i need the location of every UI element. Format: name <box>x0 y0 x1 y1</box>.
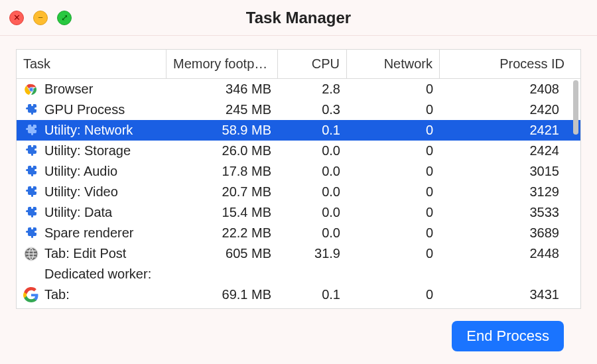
cell-memory: 20.7 MB <box>166 184 278 200</box>
cell-task: Tab: Edit Post <box>17 246 166 262</box>
cell-task: GPU Process <box>17 102 166 118</box>
cell-network: 0 <box>347 164 440 179</box>
titlebar: ✕ − ⤢ Task Manager <box>0 0 597 36</box>
cell-task: Utility: Video <box>17 184 166 200</box>
cell-memory: 245 MB <box>166 102 278 117</box>
col-header-memory[interactable]: Memory footp… <box>166 50 278 78</box>
task-name: Spare renderer <box>44 225 134 241</box>
cell-cpu: 2.8 <box>278 82 347 97</box>
puzzle-icon <box>23 102 39 118</box>
process-table: Task Memory footp… CPU Network Process I… <box>16 49 581 309</box>
google-icon <box>23 287 39 303</box>
task-name: Utility: Network <box>44 123 133 138</box>
cell-memory: 22.2 MB <box>166 225 278 241</box>
chrome-icon <box>23 82 39 97</box>
puzzle-icon <box>23 123 39 139</box>
puzzle-icon <box>23 164 39 180</box>
table-row[interactable]: Utility: Data15.4 MB0.003533 <box>17 202 580 223</box>
table-row[interactable]: Browser346 MB2.802408 <box>17 79 580 99</box>
table-row[interactable]: Utility: Audio17.8 MB0.003015 <box>17 161 580 182</box>
cell-network: 0 <box>347 123 440 138</box>
cell-cpu: 0.0 <box>278 205 347 220</box>
col-header-cpu[interactable]: CPU <box>278 50 347 78</box>
cell-cpu: 0.0 <box>278 143 347 158</box>
globe-icon <box>23 246 39 262</box>
table-header: Task Memory footp… CPU Network Process I… <box>17 50 580 79</box>
cell-task: Utility: Audio <box>17 164 166 180</box>
puzzle-icon <box>23 225 39 241</box>
content-area: Task Memory footp… CPU Network Process I… <box>0 36 597 351</box>
cell-memory: 346 MB <box>166 82 278 97</box>
task-name: Utility: Video <box>44 184 118 200</box>
cell-network: 0 <box>347 225 440 241</box>
col-header-task[interactable]: Task <box>17 50 166 78</box>
task-name: Utility: Storage <box>44 143 131 158</box>
cell-task: Utility: Data <box>17 205 166 221</box>
cell-memory: 58.9 MB <box>166 123 278 138</box>
scrollbar-thumb[interactable] <box>573 80 578 135</box>
cell-memory: 15.4 MB <box>166 205 278 220</box>
cell-cpu: 0.3 <box>278 102 347 117</box>
task-name: GPU Process <box>44 102 125 117</box>
cell-process-id: 3689 <box>440 225 571 241</box>
table-row[interactable]: Dedicated worker: <box>17 264 580 284</box>
cell-process-id: 2408 <box>440 82 571 97</box>
col-header-process-id[interactable]: Process ID <box>440 50 571 78</box>
cell-process-id: 2420 <box>440 102 571 117</box>
cell-network: 0 <box>347 205 440 220</box>
cell-network: 0 <box>347 184 440 200</box>
cell-network: 0 <box>347 246 440 261</box>
cell-task: Browser <box>17 82 166 97</box>
cell-cpu: 0.0 <box>278 225 347 241</box>
task-name: Browser <box>44 82 93 97</box>
cell-cpu: 31.9 <box>278 246 347 261</box>
cell-memory: 605 MB <box>166 246 278 261</box>
window-controls: ✕ − ⤢ <box>9 11 72 25</box>
cell-cpu: 0.1 <box>278 123 347 138</box>
cell-memory: 17.8 MB <box>166 164 278 179</box>
end-process-button[interactable]: End Process <box>452 321 564 351</box>
cell-process-id: 3015 <box>440 164 571 179</box>
task-name: Tab: <box>44 287 70 302</box>
table-row[interactable]: Utility: Network58.9 MB0.102421 <box>17 120 580 141</box>
puzzle-icon <box>23 205 39 221</box>
table-body: Browser346 MB2.802408GPU Process245 MB0.… <box>17 79 580 308</box>
task-name: Dedicated worker: <box>44 267 151 282</box>
cell-process-id: 2421 <box>440 123 571 138</box>
cell-task: Dedicated worker: <box>17 267 166 282</box>
cell-task: Tab: <box>17 287 166 303</box>
task-name: Utility: Audio <box>44 164 117 179</box>
table-row[interactable]: Spare renderer22.2 MB0.003689 <box>17 223 580 243</box>
cell-task: Utility: Storage <box>17 143 166 159</box>
cell-process-id: 2448 <box>440 246 571 261</box>
cell-cpu: 0.1 <box>278 287 347 302</box>
cell-process-id: 2424 <box>440 143 571 158</box>
cell-task: Utility: Network <box>17 123 166 139</box>
cell-memory: 26.0 MB <box>166 143 278 158</box>
zoom-icon[interactable]: ⤢ <box>57 11 72 25</box>
puzzle-icon <box>23 143 39 159</box>
cell-process-id: 3533 <box>440 205 571 220</box>
table-row[interactable]: Utility: Storage26.0 MB0.002424 <box>17 141 580 161</box>
table-row[interactable]: GPU Process245 MB0.302420 <box>17 99 580 120</box>
minimize-icon[interactable]: − <box>33 11 48 25</box>
svg-point-2 <box>30 88 33 91</box>
cell-cpu: 0.0 <box>278 164 347 179</box>
table-row[interactable]: Tab: Edit Post605 MB31.902448 <box>17 243 580 264</box>
col-header-network[interactable]: Network <box>347 50 440 78</box>
puzzle-icon <box>23 184 39 200</box>
close-icon[interactable]: ✕ <box>9 11 24 25</box>
task-name: Tab: Edit Post <box>44 246 126 261</box>
cell-process-id: 3129 <box>440 184 571 200</box>
table-row[interactable]: Tab:69.1 MB0.103431 <box>17 284 580 305</box>
cell-network: 0 <box>347 102 440 117</box>
cell-network: 0 <box>347 143 440 158</box>
cell-process-id: 3431 <box>440 287 571 302</box>
cell-network: 0 <box>347 287 440 302</box>
cell-cpu: 0.0 <box>278 184 347 200</box>
footer: End Process <box>16 309 581 351</box>
table-row[interactable]: Utility: Video20.7 MB0.003129 <box>17 182 580 202</box>
cell-task: Spare renderer <box>17 225 166 241</box>
cell-memory: 69.1 MB <box>166 287 278 302</box>
window-title: Task Manager <box>246 9 351 27</box>
